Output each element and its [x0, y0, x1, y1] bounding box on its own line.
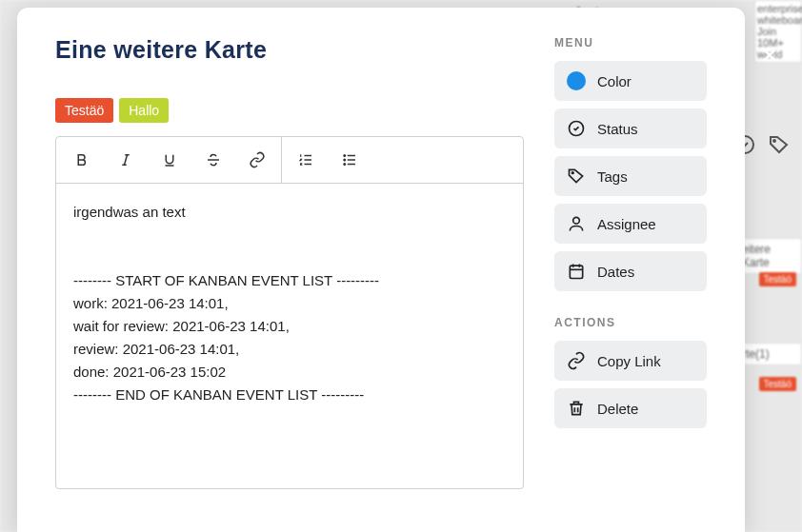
menu-label: Copy Link [597, 353, 661, 369]
card-title[interactable]: Eine weitere Karte [55, 36, 524, 64]
svg-point-18 [573, 217, 580, 224]
ordered-list-button[interactable] [284, 137, 328, 183]
svg-point-15 [344, 164, 346, 166]
toolbar-separator [281, 137, 282, 183]
color-menu-button[interactable]: Color [554, 61, 707, 101]
bg-card: rte(1) [737, 343, 802, 365]
underline-button[interactable] [148, 137, 191, 183]
menu-label: Status [597, 121, 638, 137]
dates-menu-button[interactable]: Dates [554, 251, 707, 291]
bg-card: eitere Karte [737, 238, 802, 274]
svg-rect-19 [570, 266, 582, 278]
menu-label: Delete [597, 401, 638, 417]
link-icon [249, 151, 266, 168]
link-button[interactable] [235, 137, 279, 183]
editor-toolbar [56, 137, 523, 184]
editor-body[interactable]: irgendwas an text -------- START OF KANB… [56, 184, 523, 488]
menu-label: Color [597, 73, 632, 89]
side-column: MENU Color Status Tags Assignee Dates AC… [554, 36, 707, 532]
svg-point-1 [773, 140, 775, 142]
svg-point-14 [344, 159, 346, 161]
copy-link-button[interactable]: Copy Link [554, 341, 707, 381]
user-icon [567, 214, 586, 233]
menu-heading: MENU [554, 36, 707, 49]
menu-label: Tags [597, 168, 628, 185]
close-button[interactable] [756, 42, 783, 69]
bg-text: enterprise [757, 3, 799, 14]
bg-tag: Testäö [759, 272, 796, 286]
bold-button[interactable] [60, 137, 104, 183]
link-icon [567, 351, 586, 370]
menu-label: Assignee [597, 216, 656, 232]
tags-menu-button[interactable]: Tags [554, 156, 707, 196]
tag-item[interactable]: Testäö [55, 98, 113, 123]
menu-label: Dates [597, 264, 634, 280]
strikethrough-icon [205, 151, 222, 168]
trash-icon [567, 399, 586, 418]
bullet-list-button[interactable] [328, 137, 371, 183]
delete-button[interactable]: Delete [554, 388, 707, 428]
status-icon [567, 119, 586, 138]
color-swatch-icon [567, 71, 586, 90]
status-menu-button[interactable]: Status [554, 108, 707, 148]
bg-text: whiteboard [757, 14, 799, 26]
italic-icon [117, 151, 134, 168]
tag-icon [567, 167, 586, 186]
ordered-list-icon [297, 151, 314, 168]
strikethrough-button[interactable] [191, 137, 235, 183]
italic-button[interactable] [104, 137, 148, 183]
tags-row: Testäö Hallo [55, 98, 524, 123]
bullet-list-icon [341, 151, 358, 168]
bold-icon [73, 151, 90, 168]
actions-heading: ACTIONS [554, 316, 707, 329]
underline-icon [161, 151, 178, 168]
assignee-menu-button[interactable]: Assignee [554, 204, 707, 244]
card-modal: Eine weitere Karte Testäö Hallo [17, 8, 745, 532]
svg-point-13 [344, 155, 346, 157]
bg-tag: Testäö [759, 377, 796, 391]
tag-icon [768, 133, 791, 156]
editor: irgendwas an text -------- START OF KANB… [55, 136, 524, 489]
close-icon [759, 45, 780, 66]
svg-line-2 [125, 155, 128, 166]
calendar-icon [567, 262, 586, 281]
svg-point-17 [571, 172, 573, 174]
main-column: Eine weitere Karte Testäö Hallo [55, 36, 524, 532]
tag-item[interactable]: Hallo [119, 98, 169, 123]
